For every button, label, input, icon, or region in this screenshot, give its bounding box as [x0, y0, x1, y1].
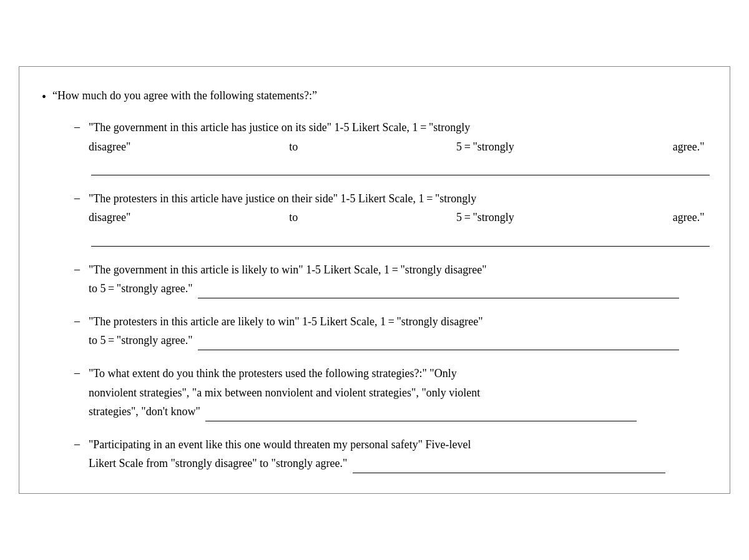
dash-4: – — [74, 312, 80, 330]
sub-text-1-line2: disagree" to 5 = "strongly agree." — [89, 140, 707, 153]
sub-text-2-line1: "The protesters in this article have jus… — [89, 192, 476, 205]
sub-text-4-line2: to 5 = "strongly agree." — [89, 334, 195, 346]
sub-text-4-line1: "The protesters in this article are like… — [89, 315, 483, 328]
sub-text-5-line3: strategies", "don't know" — [89, 405, 203, 418]
sub-text-5: "To what extent do you think the protest… — [89, 364, 707, 421]
sub-text-2: "The protesters in this article have jus… — [89, 189, 707, 247]
underline-3 — [198, 298, 679, 298]
dash-3: – — [74, 260, 80, 278]
sub-item-4: – "The protesters in this article are li… — [74, 312, 707, 350]
sub-text-5-line1: "To what extent do you think the protest… — [89, 367, 457, 380]
sub-text-1: "The government in this article has just… — [89, 118, 707, 175]
sub-item-3: – "The government in this article is lik… — [74, 260, 707, 298]
sub-item-5: – "To what extent do you think the prote… — [74, 364, 707, 421]
dash-5: – — [74, 364, 80, 382]
underline-2 — [91, 246, 710, 247]
dash-1: – — [74, 118, 80, 136]
underline-4 — [198, 350, 679, 350]
sub-text-5-line2: nonviolent strategies", "a mix between n… — [89, 386, 480, 399]
main-question-text: “How much do you agree with the followin… — [52, 87, 317, 105]
sub-items-list: – "The government in this article has ju… — [74, 118, 707, 473]
sub-text-3: "The government in this article is likel… — [89, 260, 707, 298]
underline-5 — [205, 421, 637, 421]
sub-text-4: "The protesters in this article are like… — [89, 312, 707, 350]
sub-text-6-line2: Likert Scale from "strongly disagree" to… — [89, 457, 350, 469]
sub-item-1: – "The government in this article has ju… — [74, 118, 707, 175]
sub-text-1-line1: "The government in this article has just… — [89, 121, 470, 134]
underline-1 — [91, 175, 710, 175]
dash-2: – — [74, 189, 80, 207]
dash-6: – — [74, 435, 80, 453]
main-bullet-item: • “How much do you agree with the follow… — [42, 87, 707, 107]
bullet-dot: • — [42, 87, 46, 107]
sub-text-2-line2: disagree" to 5 = "strongly agree." — [89, 211, 707, 224]
sub-text-6: "Participating in an event like this one… — [89, 435, 707, 473]
sub-item-2: – "The protesters in this article have j… — [74, 189, 707, 247]
main-container: • “How much do you agree with the follow… — [19, 66, 730, 494]
sub-text-3-line2: to 5 = "strongly agree." — [89, 282, 195, 295]
sub-text-3-line1: "The government in this article is likel… — [89, 263, 487, 276]
sub-text-6-line1: "Participating in an event like this one… — [89, 438, 471, 451]
underline-6 — [353, 473, 665, 473]
bullet-section: • “How much do you agree with the follow… — [42, 87, 707, 473]
sub-item-6: – "Participating in an event like this o… — [74, 435, 707, 473]
